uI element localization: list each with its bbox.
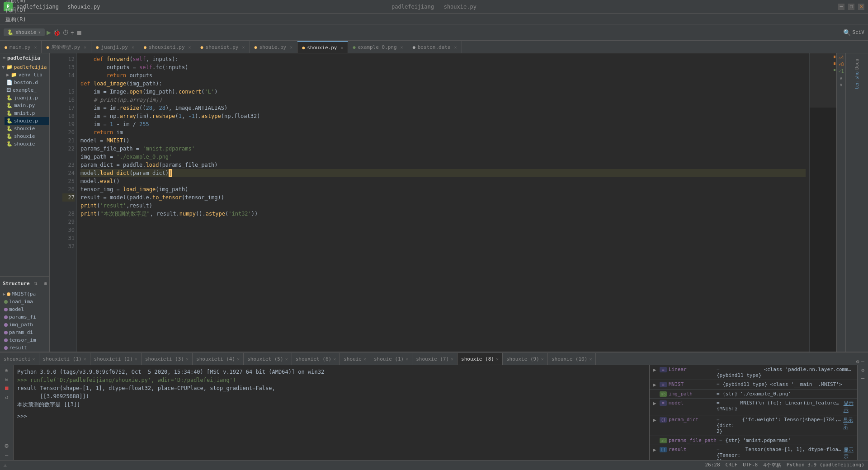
struct-item-tensorimg[interactable]: tensor_im [0,336,49,344]
split-icon[interactable]: ⊟ [5,376,8,382]
var-model[interactable]: ▶ ≡ model = {MNIST} MNIST(\n (fc): Linea… [650,399,857,415]
struct-item-imgpath[interactable]: img_path [0,321,49,329]
bottom-tab-close[interactable]: ✕ [285,357,288,362]
tab-shouxieti_py[interactable]: ●shouxieti.py✕ [139,41,196,53]
tree-item-boston[interactable]: 📄 boston.d [5,79,49,86]
var-result[interactable]: ▶ [] result = {Tensor: 1} Tensor(shape=[… [650,445,857,460]
bottom-tab-shouxieti[interactable]: shouxieti✕ [0,353,39,365]
bottom-tab-shouxieti__1_[interactable]: shouxieti (1)✕ [39,353,90,365]
profile-button[interactable]: ⏱ [62,29,69,36]
bottom-tab-shouxieti__2_[interactable]: shouxieti (2)✕ [90,353,142,365]
var-imgpath[interactable]: ab img_path = {str} './example_0.png' [650,390,857,399]
model-link[interactable]: 显示示 [844,400,854,414]
bottom-tab-close[interactable]: ✕ [84,357,86,362]
cursor-position[interactable]: 26:28 [705,462,720,469]
collapse-icon[interactable]: ≡ [3,56,5,61]
tab-close[interactable]: ✕ [189,45,191,50]
stop-button[interactable]: ⏹ [76,29,82,36]
bottom-tab-close[interactable]: ✕ [363,357,366,362]
struct-item-result[interactable]: result [0,344,49,352]
tab-close[interactable]: ✕ [454,45,457,50]
expand-all-icon[interactable]: ⊞ [42,279,50,287]
terminal-area[interactable]: Python 3.9.0 (tags/v3.9.0:9cf6752, Oct 5… [14,365,649,460]
stop-run-icon[interactable]: ⏹ [4,385,9,391]
tree-item-juanji[interactable]: 🐍 juanji.p [5,94,49,102]
tab-shouxie_py[interactable]: ●shouxie.py✕ [297,41,348,53]
tree-item-main[interactable]: 🐍 main.py [5,102,49,109]
struct-item-params[interactable]: params_fi [0,313,49,321]
run-button[interactable]: ▶ [47,28,51,37]
minimize-button[interactable]: ─ [838,4,844,10]
paramdict-link[interactable]: 显示示 [843,417,854,430]
up-icon[interactable]: ∧ [840,75,842,80]
bottom-tab-shouxie__10_[interactable]: shouxie (10)✕ [548,353,596,365]
tab-juanji_py[interactable]: ●juanji.py✕ [91,41,139,53]
tree-item-shouxie3[interactable]: 🐍 shouxie [5,140,49,148]
hide-btn[interactable]: — [861,375,864,381]
bottom-tab-close[interactable]: ✕ [333,357,336,362]
bottom-tab-shouie[interactable]: shouie✕ [340,353,370,365]
bottom-tab-close[interactable]: ✕ [237,357,240,362]
terminal-icon[interactable]: ⊞ [5,367,8,373]
rerun-icon[interactable]: ↺ [5,394,8,400]
hide-icon[interactable]: — [5,452,8,458]
tab-close[interactable]: ✕ [84,45,86,50]
bottom-tab-shouxie__7_[interactable]: shouxie (7)✕ [412,353,458,365]
bottom-tab-close[interactable]: ✕ [451,357,453,362]
var-linear[interactable]: ▶ ≡ Linear = {pybind11_type} <class 'pad… [650,365,857,380]
result-link[interactable]: 显示示 [844,446,854,460]
tree-item-mnist[interactable]: 🐍 mnist.p [5,109,49,117]
line-ending[interactable]: CRLF [726,462,738,469]
tab-close[interactable]: ✕ [290,45,292,50]
settings-icon[interactable]: ⚙ [5,442,8,449]
tab-_____py[interactable]: ●房价模型.py✕ [42,41,91,53]
tab-close[interactable]: ✕ [401,45,403,50]
menu-item-R[interactable]: 重构(R) [2,15,30,24]
bottom-tab-close[interactable]: ✕ [135,357,137,362]
bottom-tab-shouxieti__4_[interactable]: shouxieti (4)✕ [193,353,244,365]
struct-item-model[interactable]: model [0,306,49,313]
tab-close[interactable]: ✕ [340,45,343,50]
settings-btn[interactable]: ⚙ [861,367,864,373]
bottom-tab-shouxiet__5_[interactable]: shouxiet (5)✕ [244,353,292,365]
down-icon[interactable]: ∨ [840,82,842,87]
bottom-tab-close[interactable]: ✕ [186,357,189,362]
debug-button[interactable]: 🐞 [53,29,61,36]
menu-item-N[interactable]: 导航(N) [2,0,30,5]
tab-close[interactable]: ✕ [132,45,134,50]
maximize-button[interactable]: □ [848,4,854,10]
coverage-button[interactable]: ☂ [71,29,74,36]
var-mnist[interactable]: ▶ ≡ MNIST = {pybind11_type} <class '__ma… [650,380,857,390]
sort-icon[interactable]: ⇅ [32,279,40,287]
struct-item-paramdict[interactable]: param_di [0,329,49,336]
search-button[interactable]: 🔍 [843,29,851,36]
tree-item-shouxie1[interactable]: 🐍 shouxie [5,125,49,132]
code-area[interactable]: def forward(self, inputs): outputs = sel… [77,53,809,352]
indent-info[interactable]: 4个空格 [763,462,781,469]
bottom-tab-close[interactable]: ✕ [496,357,499,362]
struct-item-mnist[interactable]: ▶ MNIST(pa [0,290,49,298]
bottom-tab-shouxie__8_[interactable]: shouxie (8)✕ [458,353,503,365]
bottom-tab-close[interactable]: ✕ [589,357,592,362]
struct-item-load[interactable]: load_ima [0,298,49,306]
tree-item-root[interactable]: ▼ 📁 padlefeijia [0,63,49,71]
tree-item-example[interactable]: 🖼 example_ [5,86,49,94]
var-paramdict[interactable]: ▶ {} param_dict = {dict: 2} {'fc.weight'… [650,415,857,436]
bottom-tab-close[interactable]: ✕ [541,357,544,362]
var-paramsfilepath[interactable]: ab params_file_path = {str} 'mnist.pdpar… [650,436,857,445]
bottom-tab-shouxiet__6_[interactable]: shouxiet (6)✕ [292,353,340,365]
tree-item-venv[interactable]: ▶ 📁 venv lib [5,71,49,79]
close-button[interactable]: ✕ [858,4,864,10]
bottom-tab-close[interactable]: ✕ [406,357,408,362]
tab-shouxiet_py[interactable]: ●shouxiet.py✕ [196,41,250,53]
bottom-tab-shouie__1_[interactable]: shouie (1)✕ [370,353,412,365]
menu-item-O[interactable]: 代码(O) [2,5,30,15]
bottom-tab-shouxieti__3_[interactable]: shouxieti (3)✕ [142,353,193,365]
tab-hide-icon[interactable]: — [861,358,864,365]
tab-close[interactable]: ✕ [34,45,37,50]
tab-settings-icon[interactable]: ⚙ [856,358,859,365]
toolbar-run-config[interactable]: 🐍 shouxie ▾ [4,28,45,36]
bottom-tab-close[interactable]: ✕ [33,357,35,362]
tab-boston_data[interactable]: ●boston.data✕ [408,41,462,53]
tab-shouie_py[interactable]: ●shouie.py✕ [250,41,298,53]
